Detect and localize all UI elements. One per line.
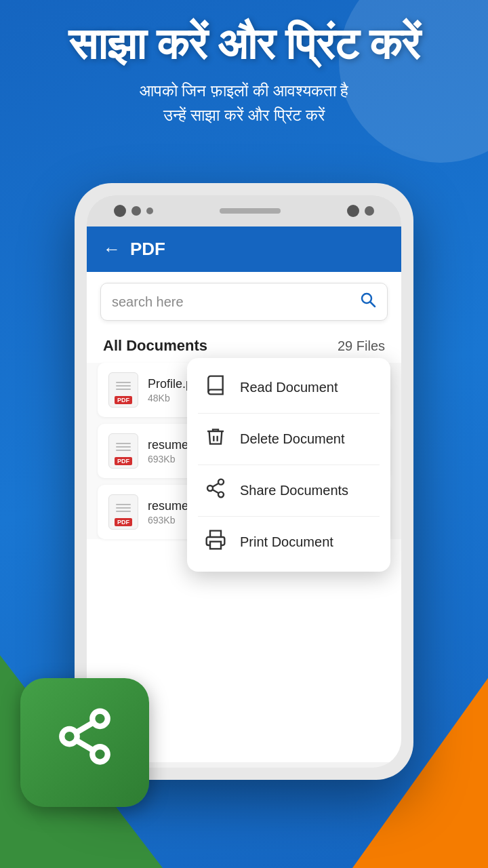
context-menu-delete[interactable]: Delete Document: [187, 415, 390, 463]
search-bar[interactable]: search here: [100, 283, 388, 321]
camera-dot-3: [146, 208, 153, 214]
hero-subtitle-line2: उन्हें साझा करें और प्रिंट करें: [163, 106, 325, 124]
share-documents-label: Share Documents: [240, 483, 348, 498]
svg-line-12: [76, 722, 94, 732]
menu-divider: [198, 465, 380, 465]
svg-line-5: [212, 490, 218, 493]
book-icon: [203, 374, 228, 401]
print-icon: [203, 529, 228, 555]
app-header-title: PDF: [130, 239, 165, 260]
camera-right: [347, 205, 374, 217]
context-menu-read[interactable]: Read Document: [187, 363, 390, 412]
print-document-label: Print Document: [240, 534, 333, 550]
read-document-label: Read Document: [240, 380, 338, 395]
hero-subtitle-line1: आपको जिन फ़ाइलों की आवश्यकता है: [140, 81, 348, 100]
hero-section: साझा करें और प्रिंट करें आपको जिन फ़ाइलो…: [0, 20, 488, 127]
pdf-badge: PDF: [115, 457, 132, 465]
hero-title: साझा करें और प्रिंट करें: [0, 20, 488, 68]
camera-sensor: [365, 206, 374, 216]
pdf-icon: PDF: [108, 494, 138, 530]
context-menu-print[interactable]: Print Document: [187, 518, 390, 566]
delete-document-label: Delete Document: [240, 431, 345, 447]
search-icon[interactable]: [360, 292, 376, 312]
share-icon: [203, 477, 228, 504]
camera-left: [114, 205, 153, 217]
svg-point-3: [207, 486, 213, 491]
menu-divider: [198, 413, 380, 414]
hero-subtitle: आपको जिन फ़ाइलों की आवश्यकता है उन्हें स…: [0, 79, 488, 127]
svg-line-1: [371, 302, 375, 307]
svg-point-4: [218, 492, 224, 497]
pdf-badge: PDF: [115, 396, 132, 404]
pdf-icon: PDF: [108, 372, 138, 408]
app-header: ← PDF: [87, 226, 401, 272]
pdf-badge: PDF: [115, 518, 132, 526]
svg-line-6: [212, 484, 218, 487]
share-icon-large: [54, 706, 115, 780]
context-menu: Read Document Delete Document: [187, 358, 390, 572]
svg-point-10: [92, 747, 108, 762]
phone-top-bar: [87, 195, 401, 226]
section-count: 29 Files: [338, 338, 385, 354]
context-menu-share[interactable]: Share Documents: [187, 467, 390, 515]
search-placeholder: search here: [112, 294, 360, 310]
speaker-bar: [220, 208, 281, 214]
svg-point-2: [218, 479, 224, 485]
section-title: All Documents: [103, 337, 207, 355]
camera-dot-front: [347, 205, 359, 217]
pdf-icon: PDF: [108, 433, 138, 469]
svg-line-11: [76, 740, 94, 750]
camera-dot-main: [114, 205, 126, 217]
svg-point-8: [92, 711, 108, 726]
share-app-icon[interactable]: [20, 678, 149, 807]
menu-divider: [198, 516, 380, 517]
trash-icon: [203, 426, 228, 452]
svg-point-9: [62, 728, 77, 744]
svg-rect-7: [210, 542, 221, 549]
camera-dot-2: [131, 206, 141, 216]
back-button[interactable]: ←: [103, 239, 121, 260]
